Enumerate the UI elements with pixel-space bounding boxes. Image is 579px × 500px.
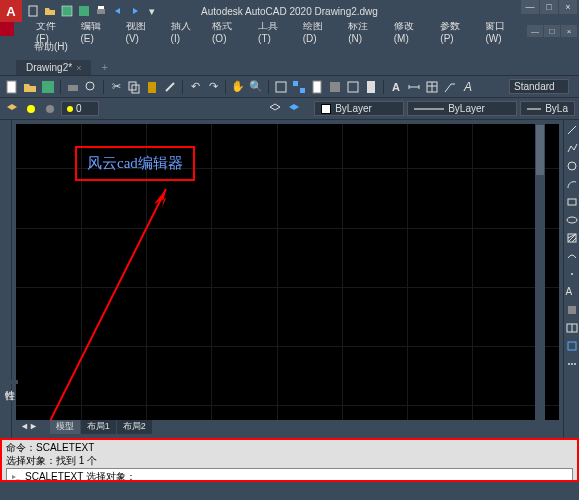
bulb-icon	[66, 105, 74, 113]
lw-swatch	[527, 108, 541, 110]
main-toolbar: ✂ ↶ ↷ ✋ 🔍 A A Standard	[0, 76, 579, 98]
menu-bar: 文件(F) 编辑(E) 视图(V) 插入(I) 格式(O) 工具(T) 绘图(D…	[0, 22, 579, 40]
command-input[interactable]: SCALETEXT 选择对象：	[6, 468, 573, 482]
doc-max-button[interactable]: □	[544, 25, 560, 37]
linetype-selector[interactable]: ByLayer	[407, 101, 517, 116]
tab-close-icon[interactable]: ×	[76, 63, 81, 73]
drawing-canvas[interactable]: 风云cad编辑器	[16, 124, 559, 420]
print-icon[interactable]	[94, 4, 108, 18]
style-selector[interactable]: Standard	[509, 79, 569, 94]
scroll-left-icon[interactable]: ◄	[20, 421, 29, 431]
tool-undo-icon[interactable]: ↶	[187, 79, 203, 95]
tool-copy-icon[interactable]	[126, 79, 142, 95]
layer-state-icon[interactable]	[23, 101, 39, 117]
document-tabs: Drawing2*× +	[0, 56, 579, 76]
window-title: Autodesk AutoCAD 2020 Drawing2.dwg	[201, 6, 378, 17]
rect-tool-icon[interactable]	[566, 196, 578, 208]
tool-props-icon[interactable]	[273, 79, 289, 95]
svg-rect-15	[313, 81, 321, 93]
tool-zoom-icon[interactable]: 🔍	[248, 79, 264, 95]
polyline-tool-icon[interactable]	[566, 142, 578, 154]
tool-tablestyle-icon[interactable]	[424, 79, 440, 95]
color-selector[interactable]: ByLayer	[314, 101, 404, 116]
tool-redo-icon[interactable]: ↷	[205, 79, 221, 95]
svg-rect-0	[29, 6, 37, 16]
svg-rect-13	[293, 81, 298, 86]
tool-pan-icon[interactable]: ✋	[230, 79, 246, 95]
layer-props-icon[interactable]	[4, 101, 20, 117]
properties-panel-label[interactable]: 特性	[0, 380, 18, 384]
tab-layout1[interactable]: 布局1	[81, 419, 116, 434]
menu-help[interactable]: 帮助(H)	[34, 41, 68, 52]
svg-point-22	[67, 106, 73, 112]
close-button[interactable]: ×	[559, 0, 577, 14]
new-icon[interactable]	[26, 4, 40, 18]
svg-rect-11	[148, 82, 156, 93]
minimize-button[interactable]: —	[521, 0, 539, 14]
ellipse-tool-icon[interactable]	[566, 214, 578, 226]
tool-cut-icon[interactable]: ✂	[108, 79, 124, 95]
tab-layout2[interactable]: 布局2	[117, 419, 152, 434]
arc-tool-icon[interactable]	[566, 178, 578, 190]
tab-label: Drawing2*	[26, 62, 72, 73]
region-tool-icon[interactable]	[566, 304, 578, 316]
svg-line-23	[46, 189, 166, 420]
tab-add-button[interactable]: +	[93, 59, 115, 75]
svg-point-20	[27, 105, 35, 113]
annotation-text-box: 风云cad编辑器	[75, 146, 195, 181]
scroll-right-icon[interactable]: ►	[29, 421, 38, 431]
layer-selector[interactable]: 0	[61, 101, 99, 116]
table-tool-icon[interactable]	[566, 322, 578, 334]
tool-match-icon[interactable]	[162, 79, 178, 95]
tool-preview-icon[interactable]	[83, 79, 99, 95]
hatch-tool-icon[interactable]	[566, 232, 578, 244]
right-tool-strip: A	[563, 120, 579, 438]
more-tool-icon[interactable]	[566, 358, 578, 370]
svg-point-8	[86, 82, 94, 90]
saveas-icon[interactable]	[77, 4, 91, 18]
layer-off-icon[interactable]	[42, 101, 58, 117]
dropdown-icon[interactable]: ▾	[145, 4, 159, 18]
lineweight-selector[interactable]: ByLa	[520, 101, 575, 116]
circle-tool-icon[interactable]	[566, 160, 578, 172]
open-icon[interactable]	[43, 4, 57, 18]
tool-dimstyle-icon[interactable]	[406, 79, 422, 95]
block-tool-icon[interactable]	[566, 340, 578, 352]
text-tool-icon[interactable]: A	[566, 286, 578, 298]
svg-rect-12	[276, 82, 286, 92]
doc-close-button[interactable]: ×	[561, 25, 577, 37]
tool-more-a-icon[interactable]: A	[460, 79, 476, 95]
line-tool-icon[interactable]	[566, 124, 578, 136]
maximize-button[interactable]: □	[540, 0, 558, 14]
app-logo[interactable]: A	[0, 0, 22, 22]
tool-textstyle-icon[interactable]: A	[388, 79, 404, 95]
tool-design-icon[interactable]	[291, 79, 307, 95]
doc-min-button[interactable]: —	[527, 25, 543, 37]
spline-tool-icon[interactable]	[566, 250, 578, 262]
tool-open-icon[interactable]	[22, 79, 38, 95]
vertical-scrollbar[interactable]	[535, 124, 545, 420]
svg-line-25	[568, 126, 576, 134]
layer-prev-icon[interactable]	[286, 101, 302, 117]
color-swatch	[321, 104, 331, 114]
svg-rect-2	[79, 6, 89, 16]
point-tool-icon[interactable]	[566, 268, 578, 280]
redo-icon[interactable]	[128, 4, 142, 18]
tool-paste-icon[interactable]	[144, 79, 160, 95]
save-icon[interactable]	[60, 4, 74, 18]
tool-print-icon[interactable]	[65, 79, 81, 95]
tool-mleader-icon[interactable]	[442, 79, 458, 95]
tool-palette-icon[interactable]	[327, 79, 343, 95]
svg-rect-7	[68, 85, 78, 91]
horizontal-scroll-area: ◄ ► 模型 布局1 布局2	[16, 420, 559, 432]
tool-new-icon[interactable]	[4, 79, 20, 95]
tool-save-icon[interactable]	[40, 79, 56, 95]
undo-icon[interactable]	[111, 4, 125, 18]
tool-markup-icon[interactable]	[345, 79, 361, 95]
scroll-thumb[interactable]	[536, 125, 544, 175]
tool-calc-icon[interactable]	[363, 79, 379, 95]
tool-sheet-icon[interactable]	[309, 79, 325, 95]
tab-drawing2[interactable]: Drawing2*×	[16, 60, 91, 75]
layer-iso-icon[interactable]	[267, 101, 283, 117]
tab-model[interactable]: 模型	[50, 419, 80, 434]
